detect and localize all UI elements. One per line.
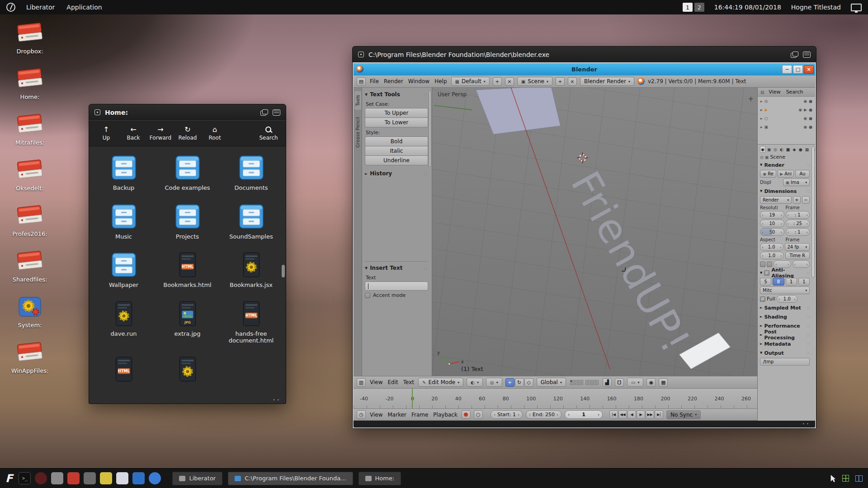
- collapsed-panel-header[interactable]: Post Processing: [760, 331, 810, 339]
- remove-preset-button[interactable]: −: [802, 196, 810, 204]
- tab-grease-pencil[interactable]: Grease Pencil: [354, 113, 361, 151]
- play-reverse-button[interactable]: ◀: [627, 410, 636, 419]
- menu-search[interactable]: Search: [785, 89, 804, 95]
- task-liberator[interactable]: Liberator: [172, 472, 222, 485]
- text-tools-panel-header[interactable]: Text Tools: [365, 90, 428, 99]
- translate-manipulator-button[interactable]: +: [505, 378, 514, 387]
- menu-frame[interactable]: Frame: [410, 412, 429, 418]
- aa-samples-button[interactable]: 1: [786, 278, 797, 286]
- file-item[interactable]: HTML JPG: [94, 356, 154, 386]
- animation-button[interactable]: ▶Ani: [778, 170, 794, 178]
- render-toggle-icon[interactable]: ●: [809, 125, 812, 129]
- visibility-icon[interactable]: ◉: [803, 99, 807, 103]
- tab-world-icon[interactable]: ◐: [779, 146, 784, 153]
- to-lower-button[interactable]: To Lower: [365, 117, 428, 127]
- blender-titlebar[interactable]: C:\Program Files\Blender Foundation\Blen…: [353, 47, 816, 62]
- frame-step-field[interactable]: : 1: [786, 228, 810, 236]
- frame-start-field[interactable]: : 1: [786, 211, 810, 219]
- filter-size-field[interactable]: 1.0: [777, 295, 797, 303]
- bold-button[interactable]: Bold: [365, 136, 428, 146]
- window-depth-icon[interactable]: [260, 109, 268, 116]
- region-expand-icon[interactable]: +: [748, 95, 754, 103]
- aa-filter-selector[interactable]: Mitc: [760, 286, 810, 294]
- frame-start-field[interactable]: Start: 1: [491, 410, 523, 419]
- expand-icon[interactable]: ▸: [760, 99, 763, 103]
- minimize-button[interactable]: −: [782, 65, 792, 74]
- frame-end-field[interactable]: End: 250: [526, 410, 561, 419]
- record-button[interactable]: [462, 410, 471, 419]
- back-button[interactable]: ← Back: [120, 122, 147, 145]
- filemanager-titlebar[interactable]: Home:: [89, 104, 286, 120]
- scrollbar-thumb[interactable]: [811, 146, 815, 277]
- mode-selector[interactable]: ✎ Edit Mode: [418, 378, 463, 387]
- dock-app-icon[interactable]: [149, 472, 161, 484]
- tab-data-icon[interactable]: ●: [798, 146, 803, 153]
- visibility-icon[interactable]: ◉: [798, 108, 802, 112]
- file-item[interactable]: HTML JPG: [157, 356, 218, 386]
- pin-icon[interactable]: ◎: [760, 155, 764, 160]
- menu-application[interactable]: Application: [66, 4, 103, 11]
- outliner-row[interactable]: ▸ ○ ◉●: [758, 114, 815, 122]
- display-mode-selector[interactable]: ▣Ima: [783, 178, 810, 186]
- menu-file[interactable]: File: [369, 78, 380, 84]
- audio-button[interactable]: Au: [795, 170, 810, 178]
- editor-type-icon[interactable]: ◷: [357, 410, 366, 419]
- pointer-icon[interactable]: [830, 475, 836, 482]
- friend-logo-icon[interactable]: [6, 3, 15, 12]
- menu-view[interactable]: View: [768, 89, 782, 95]
- menu-help[interactable]: Help: [434, 78, 448, 84]
- display-icon[interactable]: [851, 4, 862, 11]
- desktop-icon[interactable]: Dropbox:: [5, 21, 55, 55]
- collapsed-panel-header[interactable]: Sampled Mot: [760, 304, 810, 312]
- file-item[interactable]: HTML JPG: [157, 155, 218, 192]
- file-item[interactable]: HTML JPG: [157, 300, 218, 344]
- screens-icon[interactable]: [855, 475, 863, 482]
- file-item[interactable]: HTML JPG: [157, 203, 218, 240]
- render-toggle-icon[interactable]: ●: [809, 108, 812, 112]
- desktop[interactable]: Dropbox:: [0, 14, 868, 468]
- visibility-icon[interactable]: ◉: [803, 116, 807, 121]
- menu-view[interactable]: View: [369, 412, 383, 418]
- output-path-field[interactable]: /tmp: [760, 358, 810, 366]
- dock-app-icon[interactable]: [116, 472, 128, 484]
- desktop-icon[interactable]: Mitrafiles:: [5, 112, 55, 146]
- to-upper-button[interactable]: To Upper: [365, 108, 428, 118]
- editor-type-icon[interactable]: ▤: [357, 77, 366, 86]
- expand-icon[interactable]: ▸: [760, 108, 763, 112]
- desktop-icon[interactable]: Oksedelt:: [5, 158, 55, 192]
- resolution-x-field[interactable]: 19: [760, 211, 784, 219]
- render-panel-header[interactable]: Render: [760, 161, 810, 169]
- desktop-icon[interactable]: WinAppFiles:: [5, 340, 55, 374]
- render-opengl-anim-icon[interactable]: ▦: [659, 378, 668, 387]
- file-item[interactable]: HTML JPG: [221, 203, 282, 240]
- render-opengl-icon[interactable]: ◉: [646, 378, 656, 387]
- pivot-selector[interactable]: ◎: [486, 378, 502, 387]
- resize-grip[interactable]: [802, 422, 811, 426]
- file-item[interactable]: HTML JPG: [94, 300, 154, 344]
- history-panel-header[interactable]: History: [365, 169, 428, 178]
- render-button[interactable]: ◉Re: [760, 170, 776, 178]
- task-home[interactable]: Home:: [359, 472, 401, 485]
- snap-magnet-icon[interactable]: Ω: [615, 378, 624, 387]
- rotate-manipulator-button[interactable]: ↻: [515, 378, 524, 387]
- menu-liberator[interactable]: Liberator: [25, 4, 56, 11]
- search-button[interactable]: Search: [255, 122, 282, 145]
- snap-element-selector[interactable]: ▭: [627, 378, 643, 387]
- file-item[interactable]: HTML JPG: [94, 203, 154, 240]
- outliner-row[interactable]: ▸ ◆ ◉▶●: [758, 105, 815, 114]
- menu-view[interactable]: View: [369, 379, 383, 385]
- layers-widget[interactable]: [570, 380, 599, 385]
- render-toggle-icon[interactable]: ●: [809, 116, 812, 121]
- filemanager-content[interactable]: HTML JPG: [89, 146, 286, 404]
- dock-app-icon[interactable]: [67, 472, 80, 484]
- wine-titlebar[interactable]: Blender − □ ×: [354, 63, 815, 75]
- outliner-row[interactable]: ▸ ▣ ◉●: [758, 122, 815, 131]
- anti-aliasing-panel-header[interactable]: Anti-Aliasing: [760, 269, 810, 277]
- menu-render[interactable]: Render: [383, 78, 404, 84]
- menu-playback[interactable]: Playback: [432, 412, 458, 418]
- menu-text[interactable]: Text: [402, 379, 415, 385]
- tab-object-icon[interactable]: ■: [785, 146, 791, 153]
- keying-set-icon[interactable]: ○: [474, 410, 483, 419]
- menu-marker[interactable]: Marker: [387, 412, 407, 418]
- desktop-icon[interactable]: Home:: [5, 66, 55, 100]
